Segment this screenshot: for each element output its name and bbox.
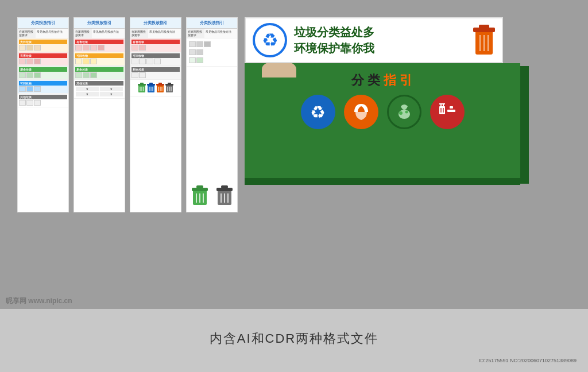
label-char-4: 引 bbox=[400, 72, 413, 89]
poster-1-section-4: 可回收物 bbox=[18, 80, 68, 94]
poster-2-header: 分类投放指引 bbox=[74, 18, 125, 29]
svg-rect-45 bbox=[439, 106, 445, 114]
poster-3-s3: 厨余垃圾 bbox=[130, 66, 181, 80]
station-icon-hazard bbox=[430, 95, 465, 129]
p2-s4-grid: 🗑 🗑 🗑 🗑 bbox=[75, 86, 123, 97]
banner-title-line2: 环境保护靠你我 bbox=[294, 40, 466, 56]
poster-2-sub-left: 在家周围投放要求 bbox=[74, 29, 92, 38]
poster-1-sub-left: 在家周围投放要求 bbox=[18, 29, 36, 38]
station-icons-row: ♻ bbox=[253, 95, 512, 129]
poster-4: 分类投放指引 在家周围投放要求 常见物品与投放方法 bbox=[186, 17, 238, 212]
recycle-icon-symbol: ♻ bbox=[310, 102, 326, 122]
poster-2-section-4: 其他垃圾 🗑 🗑 🗑 🗑 bbox=[74, 80, 125, 99]
poster-4-body bbox=[187, 38, 237, 212]
poster-2-section-3: 厨余垃圾 bbox=[74, 66, 125, 80]
poster-4-bins bbox=[187, 180, 237, 212]
poster-1-section-1: 大件垃圾 bbox=[18, 38, 68, 52]
p1-s2-title: 有害垃圾 bbox=[19, 53, 67, 58]
svg-point-44 bbox=[405, 111, 408, 114]
poster-1-sub-right: 常见物品与投放方法 bbox=[36, 29, 68, 38]
poster-4-header: 分类投放指引 bbox=[187, 18, 237, 29]
posters-area: 分类投放指引 在家周围投放要求 常见物品与投放方法 大件垃圾 有害垃圾 bbox=[17, 17, 238, 212]
station-side-panel bbox=[520, 66, 529, 184]
station-icon-recycle: ♻ bbox=[301, 95, 335, 129]
poster-4-sub-left: 在家周围投放要求 bbox=[187, 29, 204, 38]
hazard-icon-svg bbox=[437, 102, 458, 122]
banner-title-line1: 垃圾分类益处多 bbox=[294, 24, 466, 40]
label-char-1: 分 bbox=[351, 72, 365, 89]
poster-1: 分类投放指引 在家周围投放要求 常见物品与投放方法 大件垃圾 有害垃圾 bbox=[17, 17, 69, 212]
p1-s3-content bbox=[19, 72, 67, 78]
banner-text: 垃圾分类益处多 环境保护靠你我 bbox=[294, 24, 466, 56]
p2-s4-title: 其他垃圾 bbox=[75, 81, 123, 86]
trash-bin-svg-1 bbox=[138, 83, 146, 93]
poster-1-section-2: 有害垃圾 bbox=[18, 52, 68, 66]
p1-s2-content bbox=[19, 59, 67, 64]
poster-1-section-3: 厨余垃圾 bbox=[18, 66, 68, 80]
poster-3-s2: 可回收物 bbox=[130, 52, 181, 66]
bottom-main-text: 内含AI和CDR两种格式文件 bbox=[210, 330, 378, 347]
poster-1-body: 大件垃圾 有害垃圾 厨余垃圾 bbox=[18, 38, 68, 212]
id-text: ID:25175591 NO:20200607102751389089 bbox=[479, 358, 577, 363]
orange-trash-bin-svg bbox=[473, 25, 495, 56]
poster-2-body: 有害垃圾 可回收物 bbox=[74, 38, 125, 212]
poster-3-header: 分类投放指引 bbox=[130, 18, 181, 29]
p2-s1-title: 有害垃圾 bbox=[75, 40, 123, 44]
food-icon-svg bbox=[394, 102, 415, 122]
p2-s2-content bbox=[75, 59, 123, 64]
svg-rect-2 bbox=[140, 83, 144, 84]
svg-point-43 bbox=[399, 111, 403, 115]
station-icon-food bbox=[387, 95, 421, 129]
watermark: 昵享网 www.nipic.cn bbox=[6, 296, 72, 306]
recycle-symbol-icon: ♻ bbox=[262, 29, 278, 51]
label-char-3: 指 bbox=[384, 72, 397, 89]
poster-4-subheader: 在家周围投放要求 常见物品与投放方法 bbox=[187, 29, 237, 38]
poster-3-sub-left: 在家周围投放要求 bbox=[130, 29, 148, 38]
svg-rect-51 bbox=[447, 110, 455, 112]
p2-s3-title: 厨余垃圾 bbox=[75, 67, 123, 72]
svg-rect-14 bbox=[158, 83, 162, 84]
poster-2-section-2: 可回收物 bbox=[74, 52, 125, 66]
trash-bin-decorative bbox=[473, 25, 495, 56]
p1-s5-title: 其他垃圾 bbox=[19, 95, 67, 99]
p2-s3-content bbox=[75, 72, 123, 78]
main-content: 分类投放指引 在家周围投放要求 常见物品与投放方法 大件垃圾 有害垃圾 bbox=[17, 17, 571, 309]
p1-s1-content bbox=[19, 45, 67, 51]
p1-s3-title: 厨余垃圾 bbox=[19, 67, 67, 72]
p1-s4-title: 可回收物 bbox=[19, 81, 67, 86]
poster-2-sub-right: 常见物品与投放方法 bbox=[92, 29, 125, 38]
poster-1-header: 分类投放指引 bbox=[18, 18, 68, 29]
bottom-id-info: ID:25175591 NO:20200607102751389089 bbox=[479, 358, 577, 363]
bin-large-1 bbox=[192, 185, 208, 206]
poster-3-s1: 有害垃圾 bbox=[130, 38, 181, 52]
organic-icon-svg bbox=[351, 102, 372, 122]
p1-s4-content bbox=[19, 86, 67, 92]
svg-rect-8 bbox=[149, 83, 153, 84]
station-body: 分 类 指 引 ♻ bbox=[245, 63, 520, 178]
station-icon-organic bbox=[344, 95, 378, 129]
poster-2: 分类投放指引 在家周围投放要求 常见物品与投放方法 有害垃圾 可回收物 bbox=[74, 17, 125, 212]
p2-s2-title: 可回收物 bbox=[75, 53, 123, 58]
poster-1-subheader: 在家周围投放要求 常见物品与投放方法 bbox=[18, 29, 68, 38]
svg-rect-38 bbox=[479, 25, 489, 29]
poster-2-section-1: 有害垃圾 bbox=[74, 38, 125, 52]
svg-rect-52 bbox=[450, 106, 453, 108]
p1-s5-content bbox=[19, 100, 67, 106]
recycle-circle: ♻ bbox=[253, 23, 287, 57]
trash-bin-svg-4 bbox=[165, 83, 173, 93]
label-char-2: 类 bbox=[368, 72, 381, 89]
poster-4-s1 bbox=[187, 38, 237, 67]
station-bottom bbox=[245, 178, 520, 185]
poster-4-sub-right: 常见物品与投放方法 bbox=[204, 29, 237, 38]
watermark-logo: 昵享网 www.nipic.cn bbox=[6, 296, 72, 306]
poster-2-subheader: 在家周围投放要求 常见物品与投放方法 bbox=[74, 29, 125, 38]
poster-3-sub-right: 常见物品与投放方法 bbox=[148, 29, 181, 38]
trash-bin-svg-2 bbox=[147, 83, 155, 93]
bin-large-2 bbox=[216, 185, 233, 206]
p1-s1-title: 大件垃圾 bbox=[19, 40, 67, 44]
poster-3: 分类投放指引 在家周围投放要求 常见物品与投放方法 有害垃圾 可回收物 bbox=[130, 17, 181, 212]
svg-rect-20 bbox=[168, 83, 171, 84]
svg-rect-26 bbox=[196, 185, 203, 188]
station-area: ♻ 垃圾分类益处多 环境保护靠你我 bbox=[245, 17, 571, 185]
poster-3-s4 bbox=[130, 80, 181, 96]
